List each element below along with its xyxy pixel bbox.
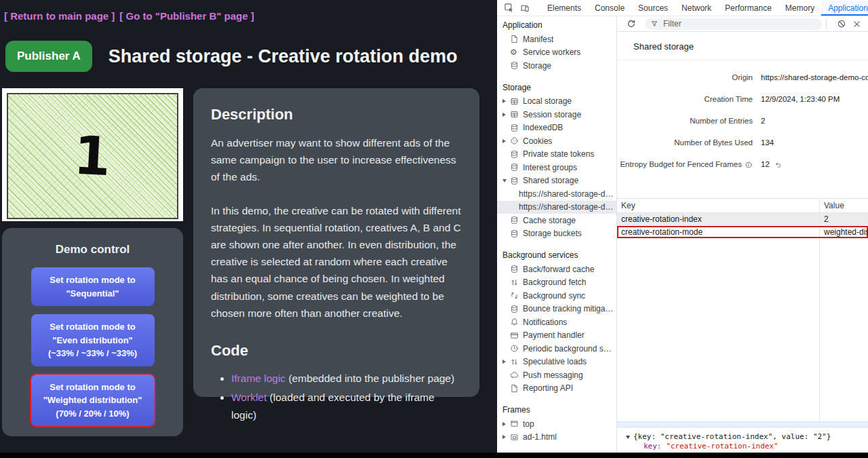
preview-entry: key: "creative-rotation-index" — [626, 442, 868, 451]
fetch-icon — [510, 278, 523, 287]
sidebar-item-storage[interactable]: Storage — [497, 59, 616, 73]
nav-link[interactable]: [ Go to "Publisher B" page ] — [119, 10, 254, 22]
sidebar-item-label: Background fetch — [523, 278, 586, 287]
rotation-mode-button[interactable]: Set rotation mode to"Even distribution"(… — [31, 314, 155, 366]
nav-link[interactable]: [ Return to main page ] — [4, 10, 115, 22]
sidebar-item-background-fetch[interactable]: Background fetch — [497, 276, 616, 290]
expander-icon[interactable] — [502, 435, 510, 439]
close-icon[interactable] — [852, 20, 861, 28]
metadata-label-text: Creation Time — [704, 93, 753, 106]
sidebar-item-label: Payment handler — [523, 330, 585, 340]
expander-icon[interactable] — [502, 422, 510, 426]
reset-budget-icon[interactable] — [774, 161, 783, 169]
expander-icon[interactable] — [502, 360, 510, 364]
devtools-tabbar: ElementsConsoleSourcesNetworkPerformance… — [497, 0, 868, 16]
table-row[interactable]: creative-rotation-modeweighted-distribut… — [617, 226, 868, 239]
sidebar-item-cookies[interactable]: Cookies — [497, 134, 616, 148]
tab-application[interactable]: Application — [821, 1, 868, 16]
sidebar-item-label: Periodic background s… — [523, 344, 612, 354]
sidebar-item-back-forward-cache[interactable]: Back/forward cache — [497, 263, 616, 276]
metadata-value: 134 — [761, 136, 868, 149]
database-icon — [510, 150, 523, 159]
sidebar-item-push-messaging[interactable]: Push messaging — [497, 368, 616, 382]
database-icon — [510, 265, 523, 273]
tab-network[interactable]: Network — [675, 1, 718, 16]
sidebar-item-speculative-loads[interactable]: Speculative loads — [497, 356, 616, 369]
sidebar-item-label: Local storage — [523, 96, 572, 106]
sidebar-item-label: Cookies — [523, 136, 552, 146]
sidebar-item-local-storage[interactable]: Local storage — [497, 95, 616, 109]
sidebar-item-periodic-background-s[interactable]: Periodic background s… — [497, 342, 616, 356]
sidebar-item-shared-storage[interactable]: Shared storage — [497, 174, 616, 188]
expander-icon[interactable] — [502, 113, 510, 117]
tab-elements[interactable]: Elements — [540, 1, 588, 16]
refresh-icon[interactable] — [624, 19, 639, 28]
sidebar-item-https-shared-storage-d[interactable]: https://shared-storage-d… — [497, 187, 616, 201]
sidebar-item-private-state-tokens[interactable]: Private state tokens — [497, 148, 616, 161]
expander-icon[interactable] — [502, 99, 510, 103]
cookie-icon — [510, 136, 523, 145]
table-row[interactable]: creative-rotation-index2 — [617, 213, 868, 226]
value-column-header[interactable]: Value — [819, 201, 868, 210]
code-link-note: (embedded into the publisher page) — [285, 373, 454, 384]
sidebar-item-background-sync[interactable]: Background sync — [497, 289, 616, 303]
devtools-tabs: ElementsConsoleSourcesNetworkPerformance… — [540, 1, 868, 16]
rotation-mode-button[interactable]: Set rotation mode to"Sequential" — [31, 267, 155, 306]
sidebar-item-indexeddb[interactable]: IndexedDB — [497, 121, 616, 135]
database-icon — [510, 216, 523, 225]
code-link[interactable]: Iframe logic — [231, 373, 285, 384]
expander-icon[interactable] — [502, 139, 510, 143]
sidebar-item-service-workers[interactable]: ⚙Service workers — [497, 46, 616, 60]
filter-box[interactable] — [645, 18, 822, 30]
sidebar-item-label: Cache storage — [523, 216, 576, 225]
shared-storage-title: Shared storage — [617, 32, 868, 60]
sidebar-item-https-shared-storage-d[interactable]: https://shared-storage-d… — [497, 201, 616, 214]
description-paragraph: An advertiser may want to show different… — [211, 134, 462, 185]
code-link[interactable]: Worklet — [231, 392, 267, 403]
device-toolbar-icon[interactable] — [517, 3, 532, 13]
document-icon — [510, 35, 523, 43]
creative-number: 1 — [73, 129, 112, 184]
sidebar-item-bounce-tracking-mitiga[interactable]: Bounce tracking mitiga… — [497, 303, 616, 316]
sidebar-item-label: Reporting API — [523, 383, 573, 393]
sidebar-item-notifications[interactable]: Notifications — [497, 316, 616, 329]
tab-performance[interactable]: Performance — [718, 1, 778, 16]
rotation-mode-button[interactable]: Set rotation mode to"Weighted distributi… — [31, 375, 155, 427]
preview-entry-name: value: — [644, 451, 675, 453]
sidebar-item-label: Speculative loads — [523, 357, 587, 366]
sidebar-item-top[interactable]: top — [497, 417, 616, 431]
metadata-value: 12/9/2024, 1:23:40 PM — [761, 93, 868, 106]
tab-memory[interactable]: Memory — [778, 1, 821, 16]
inspect-element-icon[interactable] — [501, 3, 517, 13]
metadata-value-text: 134 — [761, 136, 774, 149]
button-label-line: (70% / 20% / 10%) — [35, 407, 151, 421]
metadata-label-text: Number of Bytes Used — [674, 136, 753, 149]
delete-all-icon[interactable] — [837, 19, 846, 28]
code-list-item: Iframe logic (embedded into the publishe… — [231, 370, 462, 387]
description-heading: Description — [211, 102, 462, 127]
tab-console[interactable]: Console — [588, 1, 631, 16]
tab-sources[interactable]: Sources — [631, 1, 675, 16]
preview-divider[interactable] — [617, 421, 868, 427]
devtools-window: ElementsConsoleSourcesNetworkPerformance… — [497, 0, 868, 453]
sidebar-item-cache-storage[interactable]: Cache storage — [497, 214, 616, 227]
sidebar-item-storage-buckets[interactable]: Storage buckets — [497, 227, 616, 241]
card-icon — [510, 331, 523, 340]
sidebar-item-manifest[interactable]: Manifest — [497, 33, 616, 46]
sidebar-section-header: Application — [497, 16, 616, 33]
expander-icon[interactable] — [626, 436, 630, 439]
expander-icon[interactable] — [502, 179, 510, 183]
sidebar-item-reporting-api[interactable]: Reporting API — [497, 382, 616, 396]
sidebar-item-session-storage[interactable]: Session storage — [497, 108, 616, 121]
toolbar-divider — [826, 19, 827, 29]
nav-links: [ Return to main page ][ Go to "Publishe… — [0, 0, 497, 22]
sync-icon — [510, 291, 523, 300]
sidebar-item-interest-groups[interactable]: Interest groups — [497, 161, 616, 174]
metadata-label-text: Entropy Budget for Fenced Frames — [620, 158, 742, 171]
sidebar-item-payment-handler[interactable]: Payment handler — [497, 329, 616, 343]
devtools-body: ApplicationManifest⚙Service workersStora… — [497, 16, 868, 453]
key-column-header[interactable]: Key — [617, 201, 819, 210]
info-icon[interactable] — [745, 161, 753, 169]
filter-input[interactable] — [662, 18, 816, 29]
sidebar-item-ad-1-html[interactable]: ad-1.html — [497, 431, 616, 444]
